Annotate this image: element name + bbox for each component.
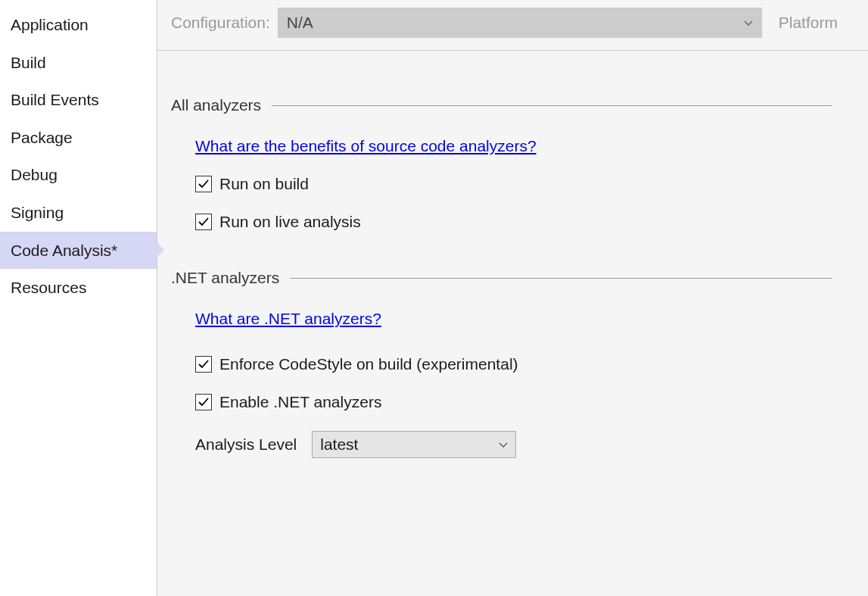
check-icon [198, 178, 210, 190]
analysis-level-label: Analysis Level [195, 435, 297, 454]
sidebar-item-label: Debug [11, 166, 58, 183]
divider [290, 278, 832, 279]
content-area: All analyzers What are the benefits of s… [157, 51, 868, 472]
checkbox-label: Run on live analysis [219, 213, 361, 231]
sidebar-item-resources[interactable]: Resources [0, 269, 157, 307]
sidebar-item-label: Build Events [11, 91, 99, 108]
checkbox-row-run-on-build: Run on build [195, 175, 854, 193]
checkbox-run-on-build[interactable] [195, 176, 212, 192]
sidebar-item-package[interactable]: Package [0, 119, 157, 157]
check-icon [198, 396, 210, 408]
checkbox-enforce-codestyle[interactable] [195, 356, 212, 373]
checkbox-label: Enable .NET analyzers [219, 393, 381, 411]
sidebar-item-label: Package [11, 129, 73, 146]
checkbox-row-enable-net: Enable .NET analyzers [195, 393, 854, 411]
sidebar-item-label: Build [11, 54, 46, 71]
link-benefits-analyzers[interactable]: What are the benefits of source code ana… [195, 137, 537, 155]
check-icon [198, 358, 210, 370]
checkbox-row-run-on-live: Run on live analysis [195, 213, 854, 231]
divider [272, 105, 832, 106]
checkbox-label: Run on build [219, 175, 309, 193]
checkbox-row-enforce-codestyle: Enforce CodeStyle on build (experimental… [195, 355, 854, 373]
sidebar-item-label: Resources [11, 279, 86, 296]
configuration-value: N/A [287, 14, 313, 32]
sidebar-item-build-events[interactable]: Build Events [0, 81, 157, 119]
analysis-level-value: latest [320, 435, 358, 454]
sidebar-item-build[interactable]: Build [0, 44, 157, 82]
main-panel: Configuration: N/A Platform All analyzer… [157, 0, 868, 596]
sidebar-item-label: Code Analysis* [11, 242, 117, 259]
sidebar: Application Build Build Events Package D… [0, 0, 157, 596]
chevron-down-icon [744, 17, 753, 29]
link-net-analyzers[interactable]: What are .NET analyzers? [195, 310, 381, 328]
sidebar-item-application[interactable]: Application [0, 6, 157, 44]
sidebar-item-code-analysis[interactable]: Code Analysis* [0, 232, 157, 270]
analysis-level-select[interactable]: latest [312, 431, 516, 458]
sidebar-item-label: Signing [11, 204, 64, 221]
section-header-net-analyzers: .NET analyzers [171, 269, 854, 287]
section-title: All analyzers [171, 96, 261, 114]
field-row-analysis-level: Analysis Level latest [195, 431, 854, 458]
section-header-all-analyzers: All analyzers [171, 96, 854, 114]
checkbox-label: Enforce CodeStyle on build (experimental… [219, 355, 518, 373]
sidebar-item-debug[interactable]: Debug [0, 156, 157, 194]
chevron-down-icon [499, 439, 508, 451]
checkbox-enable-net-analyzers[interactable] [195, 394, 212, 410]
configuration-dropdown[interactable]: N/A [278, 8, 762, 38]
configuration-label: Configuration: [171, 14, 270, 32]
section-title: .NET analyzers [171, 269, 279, 287]
checkbox-run-on-live[interactable] [195, 214, 212, 230]
sidebar-item-label: Application [11, 16, 89, 33]
config-bar: Configuration: N/A Platform [157, 0, 868, 51]
sidebar-item-signing[interactable]: Signing [0, 194, 157, 232]
check-icon [198, 216, 210, 228]
platform-label: Platform [779, 14, 838, 32]
